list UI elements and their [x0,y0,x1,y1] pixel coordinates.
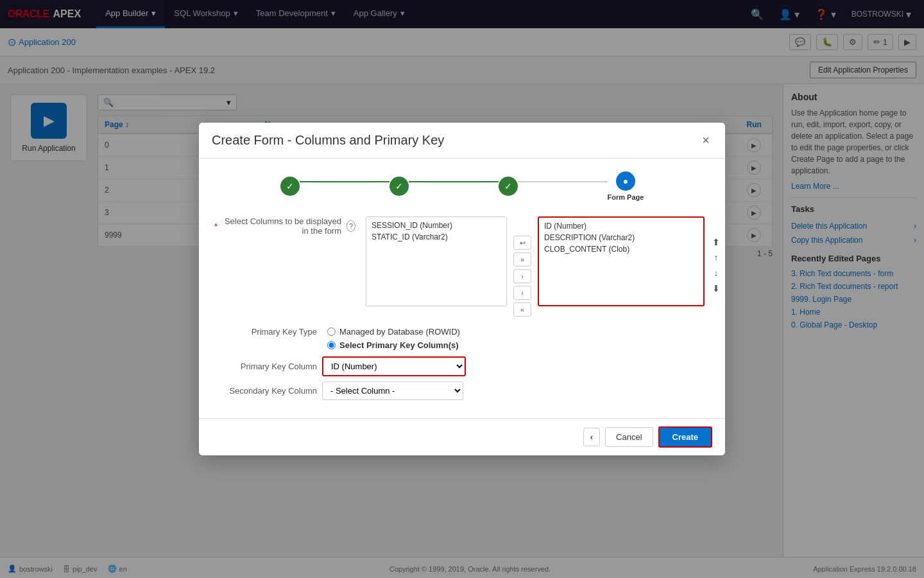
wizard-step-circle-4: ● [616,171,635,191]
available-col-item[interactable]: SESSION_ID (Number) [369,220,504,231]
wizard-step-circle-1: ✓ [280,177,300,196]
transfer-buttons: ↩ » › ‹ « [513,216,531,317]
select-columns-row: * Select Columns to be displayed in the … [214,216,710,317]
transfer-right-all-button[interactable]: » [513,252,531,267]
radio-rowid[interactable] [327,328,336,336]
modal-footer: ‹ Cancel Create [199,418,725,455]
wizard-line-2 [409,181,499,182]
secondary-key-row: Secondary Key Column - Select Column - [214,381,710,400]
pk-column-select[interactable]: ID (Number) [323,358,465,375]
move-up-button[interactable]: ↑ [711,251,721,264]
pk-type-radio-group: Managed by Database (ROWID) Select Prima… [327,327,460,350]
create-button[interactable]: Create [658,426,712,448]
column-selector: SESSION_ID (Number) STATIC_ID (Varchar2)… [366,216,721,317]
transfer-back-all-button[interactable]: ↩ [513,236,531,250]
select-columns-label: Select Columns to be displayed in the fo… [223,216,341,236]
secondary-key-label: Secondary Key Column [214,386,317,396]
wizard-step-circle-3: ✓ [499,177,518,196]
modal-body: ✓ ✓ ✓ ● Form Page * [199,159,725,418]
radio-pk-col-option[interactable]: Select Primary Key Column(s) [327,340,460,350]
secondary-key-select[interactable]: - Select Column - [322,381,463,400]
radio-rowid-option[interactable]: Managed by Database (ROWID) [327,327,460,337]
wizard-step-4: ● Form Page [608,171,644,201]
wizard-step-1: ✓ [280,177,300,196]
selected-columns-list[interactable]: ID (Number) DESCRIPTION (Varchar2) CLOB_… [538,216,705,306]
pk-column-row: Primary Key Column ID (Number) [214,356,710,376]
wizard-steps: ✓ ✓ ✓ ● Form Page [214,171,710,201]
transfer-left-all-button[interactable]: « [513,302,531,317]
pk-column-select-wrap: ID (Number) [322,356,466,376]
modal-overlay: Create Form - Columns and Primary Key × … [0,0,924,578]
order-buttons: ⬆ ↑ ↓ ⬇ [711,216,721,295]
cancel-button[interactable]: Cancel [605,427,653,447]
available-columns-list[interactable]: SESSION_ID (Number) STATIC_ID (Varchar2) [366,216,507,306]
selected-col-item[interactable]: DESCRIPTION (Varchar2) [542,232,701,243]
wizard-step-circle-2: ✓ [389,177,409,196]
wizard-step-2: ✓ [389,177,409,196]
move-down-button[interactable]: ↓ [711,267,721,279]
selected-col-item[interactable]: CLOB_CONTENT (Clob) [542,243,701,255]
primary-key-section: Primary Key Type Managed by Database (RO… [214,327,710,400]
wizard-step-label-4: Form Page [608,193,644,201]
pk-column-label: Primary Key Column [214,362,317,371]
wizard-line-1 [300,181,389,182]
transfer-left-button[interactable]: ‹ [513,286,531,300]
modal-close-button[interactable]: × [699,133,712,148]
modal-header: Create Form - Columns and Primary Key × [199,123,725,159]
prev-button[interactable]: ‹ [583,428,600,446]
radio-pk-col[interactable] [327,341,336,349]
wizard-step-3: ✓ [499,177,518,196]
help-icon[interactable]: ? [346,220,355,232]
available-col-item[interactable]: STATIC_ID (Varchar2) [369,231,504,243]
transfer-right-button[interactable]: › [513,269,531,283]
modal-title: Create Form - Columns and Primary Key [212,133,444,148]
move-top-button[interactable]: ⬆ [711,236,721,249]
create-form-modal: Create Form - Columns and Primary Key × … [199,123,725,455]
pk-type-label: Primary Key Type [214,327,317,337]
wizard-line-3 [518,181,608,182]
selected-col-item[interactable]: ID (Number) [542,220,701,232]
required-star: * [214,222,218,231]
move-bottom-button[interactable]: ⬇ [711,282,721,295]
